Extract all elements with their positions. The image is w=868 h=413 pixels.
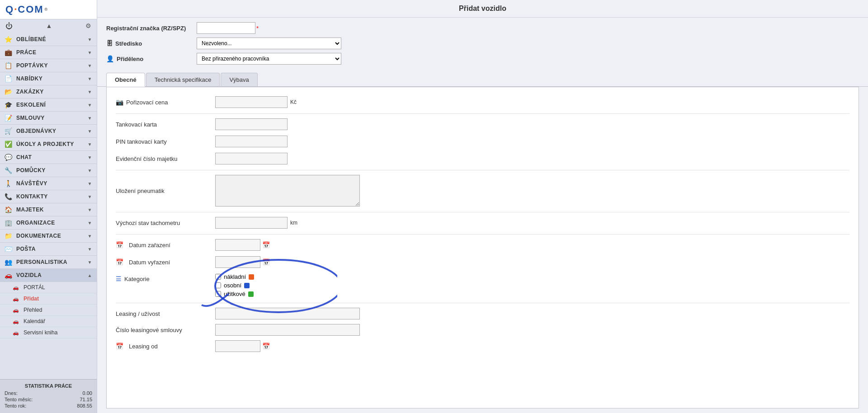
- stats-dnes-label: Dnes:: [5, 390, 18, 396]
- oblibene-icon: ⭐: [5, 36, 14, 43]
- vozidla-icon: 🚗: [5, 272, 14, 279]
- settings-icon[interactable]: ⚙: [85, 22, 91, 30]
- sidebar-item-dokumentace[interactable]: 📁DOKUMENTACE▼: [0, 230, 97, 243]
- sidebar-item-pomucky[interactable]: 🔧POMŮCKY▼: [0, 164, 97, 177]
- prace-icon: 💼: [5, 49, 14, 56]
- tachometr-unit: km: [290, 220, 297, 226]
- porizovaci-cena-input[interactable]: [215, 96, 288, 108]
- sidebar: Q·COM ® ⏻ ▲ ⚙ ⭐OBLÍBENÉ▼ 💼PRÁCE▼ 📋POPTÁV…: [0, 0, 97, 413]
- kategorie-osobni-checkbox[interactable]: [215, 282, 221, 288]
- tab-vybava[interactable]: Výbava: [221, 73, 257, 86]
- rz-label: Registrační značka (RZ/SPZ): [106, 25, 197, 32]
- stats-dnes-value: 0.00: [83, 390, 92, 396]
- chevron-objednavky: ▼: [88, 129, 92, 134]
- datum-zarazeni-wrap: 📅: [215, 239, 270, 251]
- navstevy-icon: 🚶: [5, 180, 14, 187]
- datum-zarazeni-input[interactable]: [215, 239, 260, 251]
- chevron-ukoly: ▼: [88, 142, 92, 147]
- chevron-posta: ▼: [88, 247, 92, 252]
- nabidky-icon: 📄: [5, 75, 14, 82]
- sidebar-item-organizace[interactable]: 🏢ORGANIZACE▼: [0, 216, 97, 230]
- leasing-input[interactable]: [215, 308, 360, 319]
- divider-1: [116, 113, 849, 114]
- tab-obecne[interactable]: Obecné: [106, 73, 145, 87]
- sidebar-item-majetek[interactable]: 🏠MAJETEK▼: [0, 203, 97, 216]
- prideleno-icon: 👤: [106, 55, 114, 62]
- chat-icon: 💬: [5, 154, 14, 161]
- leasing-od-cal-btn[interactable]: 📅: [262, 343, 270, 350]
- stredisko-select[interactable]: Nezvoleno...: [197, 38, 341, 49]
- kategorie-uzitkove-checkbox[interactable]: [215, 291, 221, 297]
- prideleno-select[interactable]: Bez přirazeného pracovníka: [197, 53, 341, 65]
- sidebar-item-eskoleni[interactable]: 🎓eSKOLENÍ▼: [0, 99, 97, 112]
- rz-required: *: [256, 25, 259, 32]
- sidebar-item-personalistika[interactable]: 👥PERSONALISTIKA▼: [0, 256, 97, 269]
- datum-vyrazeni-wrap: 📅: [215, 256, 270, 268]
- pin-tankovaci-input[interactable]: [215, 136, 288, 147]
- logo: Q·COM ®: [0, 0, 97, 19]
- sidebar-subitem-prehled[interactable]: 🚗Přehled: [0, 305, 97, 316]
- posta-icon: ✉️: [5, 245, 14, 253]
- sidebar-subitem-pridat[interactable]: 🚗Přidat: [0, 293, 97, 305]
- chevron-poptavky: ▼: [88, 63, 92, 68]
- power-icon[interactable]: ⏻: [5, 22, 13, 30]
- sidebar-item-zakazky[interactable]: 📂ZAKÁZKY▼: [0, 85, 97, 99]
- datum-vyrazeni-input[interactable]: [215, 256, 260, 268]
- leasing-od-input[interactable]: [215, 340, 260, 352]
- cal-vyrazeni-icon: 📅: [116, 258, 123, 266]
- organizace-icon: 🏢: [5, 219, 14, 226]
- sidebar-item-ukoly[interactable]: ✅ÚKOLY A PROJEKTY▼: [0, 138, 97, 151]
- stats-rok-value: 808.55: [77, 403, 92, 408]
- kategorie-osobni-row: osobní: [215, 282, 254, 289]
- sidebar-item-posta[interactable]: ✉️POŠTA▼: [0, 243, 97, 256]
- tab-technicka[interactable]: Technická specifikace: [146, 73, 220, 86]
- stredisko-row: 🗄 Středisko Nezvoleno...: [106, 38, 859, 49]
- ulozeni-pneumatik-textarea[interactable]: [215, 175, 360, 206]
- vychozi-tachometr-label: Výchozí stav tachometru: [116, 220, 215, 226]
- tabs-bar: Obecné Technická specifikace Výbava: [97, 73, 868, 87]
- rz-row: Registrační značka (RZ/SPZ) *: [106, 22, 859, 34]
- sidebar-item-chat[interactable]: 💬CHAT▼: [0, 151, 97, 164]
- tankovaci-karta-input[interactable]: [215, 118, 288, 130]
- sidebar-item-objednavky[interactable]: 🛒OBJEDNÁVKY▼: [0, 125, 97, 138]
- cal-zarazeni-icon: 📅: [116, 241, 123, 249]
- datum-zarazeni-cal-btn[interactable]: 📅: [262, 241, 270, 249]
- vychozi-tachometr-input[interactable]: [215, 217, 288, 229]
- sidebar-item-smlouvy[interactable]: 📝SMLOUVY▼: [0, 112, 97, 125]
- poptavky-icon: 📋: [5, 62, 14, 69]
- sidebar-stats: STATISTIKA PRÁCE Dnes: 0.00 Tento měsíc:…: [0, 379, 97, 413]
- sidebar-item-kontakty[interactable]: 📞KONTAKTY▼: [0, 190, 97, 203]
- cislo-leasingove-input[interactable]: [215, 324, 360, 336]
- datum-vyrazeni-cal-btn[interactable]: 📅: [262, 258, 270, 266]
- rz-input[interactable]: [197, 22, 255, 34]
- chevron-navstevy: ▼: [88, 181, 92, 186]
- tankovaci-karta-label: Tankovací karta: [116, 121, 215, 128]
- sidebar-item-nabidky[interactable]: 📄NABÍDKY▼: [0, 72, 97, 85]
- porizovaci-cena-row: 📷 Pořizovací cena Kč: [116, 96, 849, 108]
- sidebar-item-navstevy[interactable]: 🚶NÁVŠTĚVY▼: [0, 177, 97, 190]
- sub-servisni-icon: 🚗: [13, 330, 21, 336]
- main-content: Přidat vozidlo Registrační značka (RZ/SP…: [97, 0, 868, 413]
- sidebar-item-prace[interactable]: 💼PRÁCE▼: [0, 46, 97, 59]
- prideleno-row: 👤 Přiděleno Bez přirazeného pracovníka: [106, 53, 859, 65]
- sidebar-item-oblibene[interactable]: ⭐OBLÍBENÉ▼: [0, 33, 97, 46]
- kategorie-checkboxes: nákladní osobní užitkové: [215, 273, 254, 297]
- divider-2: [116, 170, 849, 170]
- evidencni-cislo-input[interactable]: [215, 153, 288, 164]
- sidebar-item-poptavky[interactable]: 📋POPTÁVKY▼: [0, 59, 97, 72]
- up-icon[interactable]: ▲: [46, 22, 52, 30]
- sidebar-subitem-portal[interactable]: 🚗PORTÁL: [0, 282, 97, 293]
- kategorie-nakladni-checkbox[interactable]: [215, 274, 221, 280]
- leasing-od-row: 📅 Leasing od 📅: [116, 340, 849, 352]
- logo-text: Q·COM: [5, 4, 44, 15]
- sidebar-top-controls: ⏻ ▲ ⚙: [0, 19, 97, 33]
- sidebar-subitem-servisni[interactable]: 🚗Servisní kniha: [0, 327, 97, 338]
- objednavky-icon: 🛒: [5, 127, 14, 135]
- sidebar-item-vozidla[interactable]: 🚗VOZIDLA▲: [0, 269, 97, 282]
- chevron-vozidla: ▲: [88, 273, 92, 278]
- pomucky-icon: 🔧: [5, 167, 14, 174]
- sidebar-subitem-kalendar[interactable]: 🚗Kalendář: [0, 316, 97, 327]
- datum-zarazeni-row: 📅 Datum zařazení 📅: [116, 239, 849, 251]
- divider-4: [116, 234, 849, 235]
- pin-tankovaci-label: PIN tankovací karty: [116, 138, 215, 145]
